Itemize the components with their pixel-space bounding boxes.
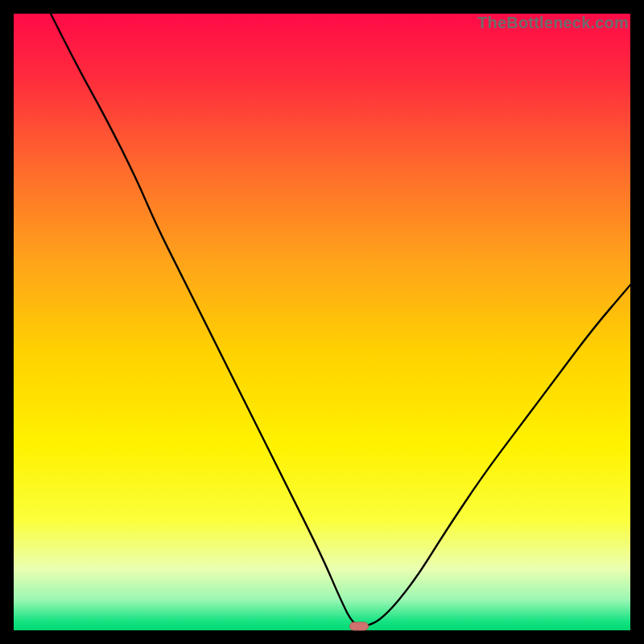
optimal-marker bbox=[349, 622, 369, 631]
watermark-text: TheBottleneck.com bbox=[477, 14, 629, 32]
bottleneck-curve bbox=[14, 14, 630, 630]
chart-frame: TheBottleneck.com bbox=[0, 0, 644, 644]
plot-area: TheBottleneck.com bbox=[14, 14, 630, 630]
